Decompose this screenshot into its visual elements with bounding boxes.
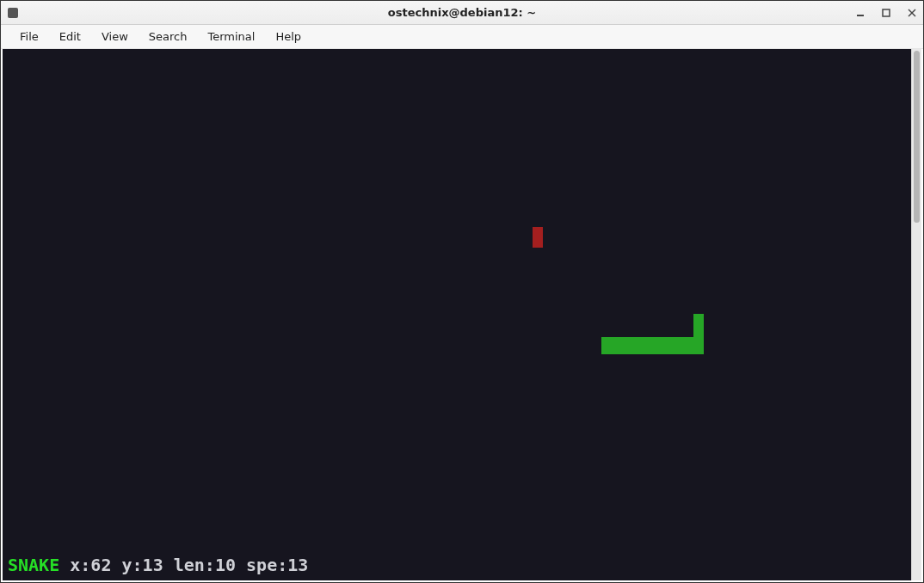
spe-value: 13 [287, 555, 308, 575]
snake-food [533, 227, 543, 248]
x-value: 62 [90, 555, 111, 575]
maximize-icon [882, 9, 890, 17]
snake-segment [601, 337, 693, 354]
game-title: SNAKE [8, 555, 59, 575]
minimize-icon [856, 9, 865, 17]
menu-view[interactable]: View [91, 27, 139, 46]
minimize-button[interactable] [854, 7, 866, 19]
menu-help[interactable]: Help [265, 27, 311, 46]
spe-label: spe: [246, 555, 287, 575]
y-value: 13 [143, 555, 163, 575]
menu-file[interactable]: File [9, 27, 49, 46]
game-status-line: SNAKE x:62 y:13 len:10 spe:13 [8, 555, 308, 575]
titlebar-left [8, 8, 18, 18]
len-label: len: [174, 555, 215, 575]
snake-segment [693, 314, 704, 354]
menubar: File Edit View Search Terminal Help [1, 25, 923, 49]
svg-rect-0 [857, 15, 864, 16]
menu-search[interactable]: Search [139, 27, 198, 46]
window-title: ostechnix@debian12: ~ [388, 6, 536, 19]
titlebar-right [854, 7, 918, 19]
terminal-viewport[interactable]: SNAKE x:62 y:13 len:10 spe:13 [3, 49, 911, 580]
close-icon [908, 9, 916, 17]
window-titlebar: ostechnix@debian12: ~ [1, 1, 923, 25]
menu-edit[interactable]: Edit [49, 27, 91, 46]
close-button[interactable] [906, 7, 918, 19]
app-icon [8, 8, 18, 18]
x-label: x: [70, 555, 90, 575]
maximize-button[interactable] [880, 7, 892, 19]
terminal-container: SNAKE x:62 y:13 len:10 spe:13 [3, 49, 921, 580]
scrollbar-thumb[interactable] [914, 51, 920, 223]
y-label: y: [122, 555, 143, 575]
terminal-scrollbar[interactable] [911, 49, 921, 580]
len-value: 10 [215, 555, 236, 575]
menu-terminal[interactable]: Terminal [197, 27, 265, 46]
svg-rect-1 [883, 9, 890, 16]
